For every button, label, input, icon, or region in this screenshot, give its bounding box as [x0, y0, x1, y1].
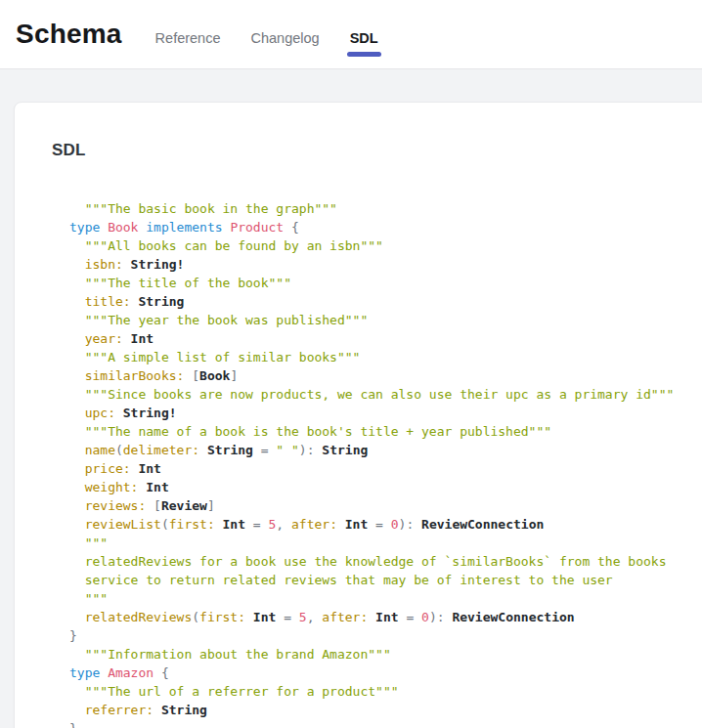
- code-line: similarBooks: [Book]: [69, 366, 702, 385]
- code-line: """The title of the book""": [69, 274, 702, 292]
- code-line: price: Int: [69, 459, 702, 478]
- code-line: relatedReviews(first: Int = 5, after: In…: [69, 608, 702, 626]
- code-line: """A simple list of similar books""": [69, 348, 702, 366]
- code-line: """: [69, 534, 702, 552]
- code-line: title: String: [69, 292, 702, 311]
- code-line: weight: Int: [69, 478, 702, 496]
- card-heading: SDL: [52, 138, 702, 163]
- code-line: """The basic book in the graph""": [69, 199, 702, 218]
- code-line: }: [69, 626, 702, 645]
- code-line: """Since books are now products, we can …: [69, 385, 702, 404]
- code-line: """The url of a referrer for a product""…: [69, 682, 702, 701]
- code-line: """The year the book was published""": [69, 311, 702, 329]
- code-line: }: [69, 719, 702, 728]
- sdl-code: """The basic book in the graph"""type Bo…: [69, 199, 702, 728]
- code-line: type Amazon {: [69, 664, 702, 682]
- code-line: reviews: [Review]: [69, 496, 702, 515]
- tab-reference[interactable]: Reference: [154, 4, 222, 72]
- code-line: """All books can be found by an isbn""": [69, 236, 702, 255]
- code-line: isbn: String!: [69, 255, 702, 274]
- code-line: """Information about the brand Amazon""": [69, 645, 702, 664]
- tab-sdl[interactable]: SDL: [349, 4, 379, 72]
- page-header: Schema ReferenceChangelogSDL: [0, 0, 702, 69]
- code-line: upc: String!: [69, 404, 702, 422]
- content-area: SDL """The basic book in the graph"""typ…: [0, 68, 702, 728]
- tab-bar: ReferenceChangelogSDL: [154, 4, 408, 72]
- code-line: """The name of a book is the book's titl…: [69, 422, 702, 441]
- code-line: year: Int: [69, 329, 702, 348]
- code-line: referrer: String: [69, 701, 702, 719]
- code-line: service to return related reviews that m…: [69, 571, 702, 589]
- tab-changelog[interactable]: Changelog: [250, 4, 321, 72]
- code-line: relatedReviews for a book use the knowle…: [69, 552, 702, 571]
- page-title: Schema: [16, 0, 122, 68]
- code-line: reviewList(first: Int = 5, after: Int = …: [69, 515, 702, 534]
- code-line: type Book implements Product {: [69, 218, 702, 236]
- sdl-card: SDL """The basic book in the graph"""typ…: [14, 102, 702, 728]
- code-line: name(delimeter: String = " "): String: [69, 441, 702, 459]
- active-tab-underline: [347, 52, 381, 57]
- code-line: """: [69, 589, 702, 608]
